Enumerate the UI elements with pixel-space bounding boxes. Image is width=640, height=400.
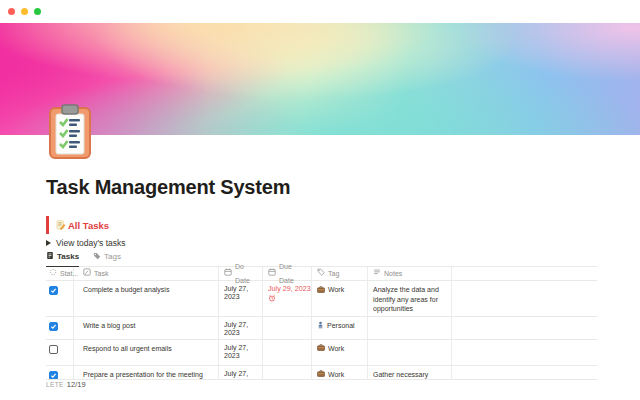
status-checkbox[interactable] — [49, 322, 58, 331]
calendar-icon — [224, 267, 232, 281]
tag-label: Work — [328, 344, 344, 353]
do-date-cell[interactable]: July 27, 2023 — [219, 366, 263, 379]
all-tasks-label: All Tasks — [68, 220, 109, 231]
table-header-row: Stat... Task Do Date Due Date — [46, 267, 597, 281]
notion-page: Task Management System All Tasks View to… — [0, 0, 640, 400]
minimize-button[interactable] — [21, 8, 28, 15]
do-date-cell[interactable]: July 27, 2023 — [219, 281, 263, 316]
briefcase-emoji-icon — [317, 344, 325, 354]
tag-label: Work — [328, 285, 344, 294]
tab-tasks-label: Tasks — [57, 252, 79, 261]
column-header-do-date[interactable]: Do Date — [219, 267, 263, 280]
alarm-clock-icon — [268, 294, 307, 304]
tag-cell[interactable]: Work — [312, 340, 368, 365]
column-header-empty[interactable] — [452, 267, 597, 280]
empty-cell[interactable] — [452, 317, 597, 339]
task-cell[interactable]: Complete a budget analysis — [74, 281, 219, 316]
empty-cell[interactable] — [452, 281, 597, 316]
empty-cell[interactable] — [452, 366, 597, 379]
table-calculation[interactable]: LETE 12/19 — [46, 380, 86, 389]
tag-label: Work — [328, 370, 344, 379]
table-row: Prepare a presentation for the meeting J… — [46, 366, 597, 380]
tag-cell[interactable]: Work — [312, 281, 368, 316]
person-emoji-icon — [317, 321, 324, 332]
status-cell — [46, 340, 74, 365]
text-lines-icon — [373, 267, 381, 281]
column-header-notes[interactable]: Notes — [368, 267, 452, 280]
briefcase-emoji-icon — [317, 370, 325, 380]
due-date-cell[interactable] — [263, 366, 312, 379]
notes-cell[interactable]: Analyze the data and identify any areas … — [368, 281, 452, 316]
table-row: Respond to all urgent emails July 27, 20… — [46, 340, 597, 366]
status-cell — [46, 281, 74, 316]
do-date-cell[interactable]: July 27, 2023 — [219, 317, 263, 339]
notes-cell[interactable]: Gather necessary — [368, 366, 452, 379]
briefcase-emoji-icon — [317, 285, 325, 295]
tab-tags[interactable]: Tags — [93, 250, 121, 266]
empty-cell[interactable] — [452, 340, 597, 365]
zoom-button[interactable] — [34, 8, 41, 15]
status-checkbox[interactable] — [49, 286, 58, 295]
do-date-cell[interactable]: July 27, 2023 — [219, 340, 263, 365]
calculation-value: 12/19 — [67, 380, 86, 389]
toggle-label: View today's tasks — [56, 238, 126, 248]
document-icon — [46, 251, 54, 262]
tag-cell[interactable]: Work — [312, 366, 368, 379]
database-view-tabs: Tasks Tags — [46, 250, 597, 267]
task-cell[interactable]: Respond to all urgent emails — [74, 340, 219, 365]
notes-cell[interactable] — [368, 340, 452, 365]
overdue-date: July 29, 2023 — [268, 284, 311, 293]
column-header-status[interactable]: Stat... — [46, 267, 74, 280]
memo-emoji-icon — [56, 216, 66, 234]
due-date-cell[interactable]: July 29, 2023 — [263, 281, 312, 316]
tab-tasks[interactable]: Tasks — [46, 250, 79, 267]
notes-cell[interactable] — [368, 317, 452, 339]
column-header-task[interactable]: Task — [74, 267, 219, 280]
status-icon — [49, 267, 57, 281]
close-button[interactable] — [8, 8, 15, 15]
calculation-label: LETE — [46, 381, 64, 388]
page-cover-image — [0, 23, 640, 135]
tasks-table: Stat... Task Do Date Due Date — [46, 267, 597, 380]
task-cell[interactable]: Write a blog post — [74, 317, 219, 339]
tab-tags-label: Tags — [104, 252, 121, 261]
status-cell — [46, 317, 74, 339]
clipboard-emoji-icon[interactable] — [47, 103, 93, 161]
tag-icon — [317, 267, 325, 281]
column-header-label: Task — [94, 267, 108, 280]
toggle-triangle-icon — [46, 240, 51, 246]
status-checkbox[interactable] — [49, 345, 58, 354]
column-header-tag[interactable]: Tag — [312, 267, 368, 280]
task-cell[interactable]: Prepare a presentation for the meeting — [74, 366, 219, 379]
tag-label: Personal — [327, 321, 355, 330]
calendar-icon — [268, 267, 276, 281]
column-header-label: Tag — [328, 267, 339, 281]
due-date-cell[interactable] — [263, 317, 312, 339]
column-header-label: Notes — [384, 267, 402, 281]
status-checkbox[interactable] — [49, 371, 58, 380]
column-header-due-date[interactable]: Due Date — [263, 267, 312, 280]
window-titlebar — [0, 0, 640, 23]
view-todays-tasks-toggle[interactable]: View today's tasks — [46, 238, 126, 248]
table-row: Complete a budget analysis July 27, 2023… — [46, 281, 597, 317]
tag-icon — [93, 252, 101, 262]
page-title: Task Management System — [46, 176, 290, 199]
tag-cell[interactable]: Personal — [312, 317, 368, 339]
status-cell — [46, 366, 74, 379]
table-row: Write a blog post July 27, 2023 Personal — [46, 317, 597, 340]
all-tasks-callout[interactable]: All Tasks — [46, 216, 109, 234]
pencil-square-icon — [83, 267, 91, 280]
due-date-cell[interactable] — [263, 340, 312, 365]
